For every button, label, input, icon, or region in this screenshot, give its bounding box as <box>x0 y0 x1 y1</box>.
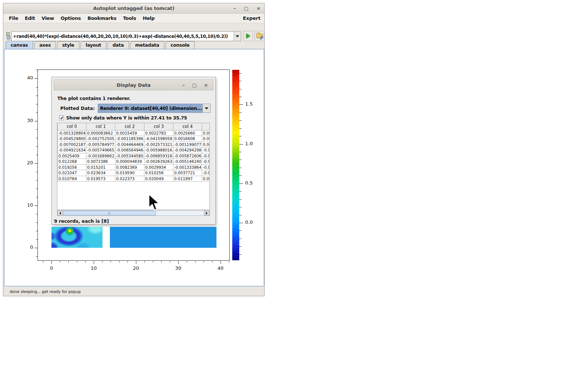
table-cell[interactable]: 0.0037721 <box>173 170 202 176</box>
go-button[interactable] <box>243 31 253 41</box>
table-cell[interactable]: -0.0 <box>202 147 210 153</box>
table-cell[interactable]: 0.012268 <box>58 159 86 165</box>
table-cell[interactable]: -0.007002187... <box>58 142 86 147</box>
tab-layout[interactable]: layout <box>80 41 106 49</box>
combobox-dropdown-button[interactable] <box>202 104 210 112</box>
data-table-viewport[interactable]: col 0col 1col 2col 3col 4 -0.001328804..… <box>57 123 210 210</box>
menu-options[interactable]: Options <box>57 15 84 21</box>
expert-menu[interactable]: Expert <box>243 15 261 21</box>
table-cell[interactable]: 0.019256 <box>58 164 86 170</box>
maximize-button[interactable]: □ <box>244 3 248 14</box>
table-cell[interactable]: -0.004921634... <box>58 147 86 153</box>
table-cell[interactable]: 0.0015459 <box>115 130 144 136</box>
table-cell[interactable]: -0.002639263... <box>144 159 173 165</box>
column-header[interactable]: col 3 <box>144 123 173 130</box>
table-cell[interactable]: 0.000083662 <box>86 130 115 136</box>
menu-bookmarks[interactable]: Bookmarks <box>84 15 120 21</box>
table-cell[interactable]: 0.021047 <box>58 170 86 176</box>
table-cell[interactable]: -0.001328804... <box>58 130 86 136</box>
tab-axes[interactable]: axes <box>34 41 56 49</box>
menu-help[interactable]: Help <box>139 15 158 21</box>
table-cell[interactable]: -0.0 <box>202 159 210 165</box>
dialog-close-button[interactable]: × <box>204 80 208 90</box>
table-cell[interactable]: -0.002573321... <box>144 142 173 147</box>
table-row[interactable]: 0.0107840.0195730.0223730.0200490.011997… <box>58 176 210 182</box>
dialog-minimize-button[interactable]: – <box>182 80 185 90</box>
table-row[interactable]: -0.004921634...-0.005749665...-0.0065649… <box>58 147 210 153</box>
table-cell[interactable]: 0.000044839 <box>115 159 144 165</box>
table-cell[interactable]: -0.004529800... <box>58 136 86 142</box>
tab-console[interactable]: console <box>165 41 195 49</box>
table-cell[interactable]: 0.0016608 <box>173 136 202 142</box>
table-cell[interactable]: 0.00 <box>202 130 210 136</box>
scroll-right-button[interactable] <box>204 211 209 215</box>
menu-view[interactable]: View <box>38 15 57 21</box>
table-cell[interactable]: -4.041598058... <box>144 136 173 142</box>
table-cell[interactable]: 0.010784 <box>58 176 86 182</box>
uri-dropdown-button[interactable] <box>234 31 241 41</box>
table-cell[interactable]: 0.00 <box>202 142 210 147</box>
tab-data[interactable]: data <box>107 41 129 49</box>
menu-file[interactable]: File <box>6 15 21 21</box>
menu-tools[interactable]: Tools <box>120 15 140 21</box>
table-cell[interactable]: 0.022373 <box>115 176 144 182</box>
tab-metadata[interactable]: metadata <box>130 41 164 49</box>
close-button[interactable]: × <box>257 3 261 14</box>
scrollbar-thumb[interactable] <box>63 211 156 215</box>
table-row[interactable]: -0.007002187...-0.005784977...-0.0044644… <box>58 142 210 147</box>
table-row[interactable]: -0.001328804...0.0000836620.00154590.002… <box>58 130 210 136</box>
column-header[interactable]: col 2 <box>115 123 144 130</box>
table-cell[interactable]: -0.001199077... <box>173 142 202 147</box>
scroll-left-button[interactable] <box>57 211 63 215</box>
table-cell[interactable]: -0.005784977... <box>86 142 115 147</box>
table-cell[interactable]: 0.0072386 <box>86 159 115 165</box>
table-cell[interactable]: -0.005749665... <box>86 147 115 153</box>
inspect-uri-button[interactable] <box>255 31 264 41</box>
table-cell[interactable]: 0.00 <box>202 136 210 142</box>
minimize-button[interactable]: – <box>233 3 236 14</box>
column-header[interactable]: col 1 <box>86 123 115 130</box>
table-cell[interactable]: -0.005344580... <box>115 153 144 159</box>
table-cell[interactable]: -0.004294298... <box>173 147 202 153</box>
table-cell[interactable]: -0.001689662... <box>86 153 115 159</box>
table-row[interactable]: 0.0122680.00723860.000044839-0.002639263… <box>58 159 210 165</box>
table-cell[interactable]: -0.005872606... <box>173 153 202 159</box>
table-cell[interactable]: -0.004464469... <box>115 142 144 147</box>
menu-edit[interactable]: Edit <box>21 15 38 21</box>
table-cell[interactable]: 0.011997 <box>173 176 202 182</box>
table-cell[interactable]: 0.0025409 <box>58 153 86 159</box>
tab-canvas[interactable]: canvas <box>6 41 33 49</box>
table-cell[interactable]: 0.019573 <box>86 176 115 182</box>
table-cell[interactable]: 0.010256 <box>144 170 173 176</box>
tab-style[interactable]: style <box>57 41 79 49</box>
window-titlebar[interactable]: Autoplot untagged (as tomcat) – □ × <box>3 3 264 14</box>
horizontal-scrollbar[interactable] <box>57 210 210 216</box>
table-cell[interactable]: 0.0082369 <box>115 164 144 170</box>
table-cell[interactable]: -0.001333864... <box>173 164 202 170</box>
table-cell[interactable]: 0.020049 <box>144 176 173 182</box>
table-cell[interactable]: 0.019590 <box>115 170 144 176</box>
plotted-data-combobox[interactable]: Renderer 0: dataset[40,40] (dimension... <box>98 104 211 113</box>
table-cell[interactable]: -0.005146240... <box>173 159 202 165</box>
table-row[interactable]: 0.0025409-0.001689662...-0.005344580...-… <box>58 153 210 159</box>
table-cell[interactable]: -0.006564946... <box>115 147 144 153</box>
table-cell[interactable]: -0.001185396... <box>115 136 144 142</box>
uri-input[interactable]: +rand(40,40)*(exp(-distance(40,40,20,20,… <box>11 31 234 41</box>
column-header[interactable]: col 4 <box>173 123 202 130</box>
table-cell[interactable]: 0.0025660 <box>173 130 202 136</box>
table-cell[interactable]: 0.00 <box>202 176 210 182</box>
table-cell[interactable]: -0.0 <box>202 164 210 170</box>
table-cell[interactable]: 0.023634 <box>86 170 115 176</box>
dialog-maximize-button[interactable]: □ <box>192 80 197 90</box>
column-header[interactable] <box>202 123 210 130</box>
table-cell[interactable]: 0.0029934 <box>144 164 173 170</box>
table-row[interactable]: 0.0192560.0152010.00823690.0029934-0.001… <box>58 164 210 170</box>
column-header[interactable]: col 0 <box>58 123 86 130</box>
table-cell[interactable]: -0.006859316... <box>144 153 173 159</box>
table-cell[interactable]: -0.005988016... <box>144 147 173 153</box>
table-cell[interactable]: -0.002752505... <box>86 136 115 142</box>
table-row[interactable]: 0.0210470.0236340.0195900.0102560.003772… <box>58 170 210 176</box>
table-cell[interactable]: 0.0022783 <box>144 130 173 136</box>
table-row[interactable]: -0.004529800...-0.002752505...-0.0011853… <box>58 136 210 142</box>
table-cell[interactable]: -0.0 <box>202 153 210 159</box>
